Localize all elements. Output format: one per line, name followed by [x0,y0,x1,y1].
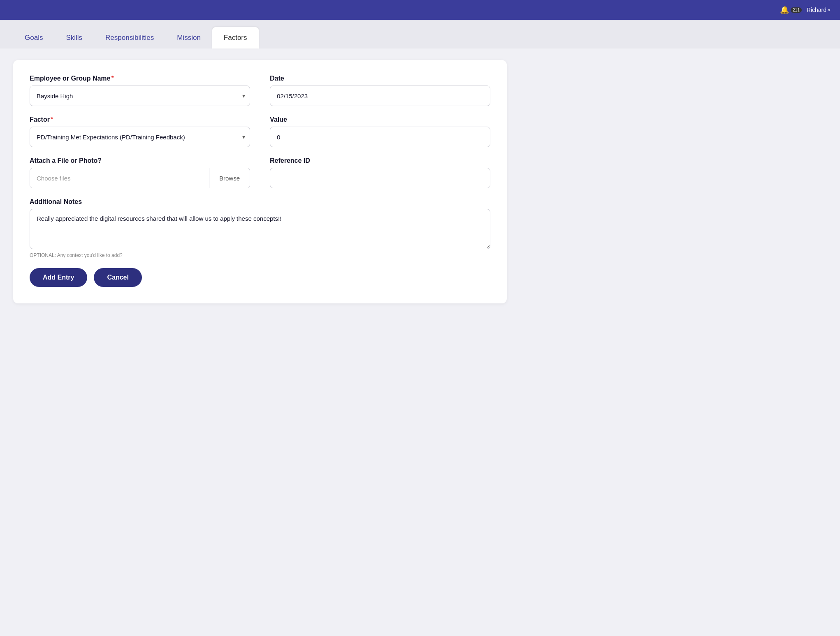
date-label: Date [270,75,490,82]
add-entry-button[interactable]: Add Entry [30,268,87,287]
user-menu[interactable]: Richard ▾ [807,7,830,13]
additional-notes-textarea[interactable]: Really appreciated the digital resources… [30,209,490,249]
bell-icon: 🔔 [780,5,789,14]
attach-label: Attach a File or Photo? [30,157,250,164]
value-field: Value [270,116,490,147]
reference-id-field: Reference ID [270,157,490,188]
additional-notes-field: Additional Notes Really appreciated the … [30,198,490,249]
additional-notes-section: Additional Notes Really appreciated the … [30,198,490,249]
user-name: Richard [807,7,826,13]
action-buttons: Add Entry Cancel [30,268,490,287]
factor-select[interactable]: PD/Training Met Expectations (PD/Trainin… [30,127,250,147]
optional-hint: OPTIONAL: Any context you'd like to add? [30,252,490,258]
tab-mission[interactable]: Mission [165,27,212,49]
cancel-button[interactable]: Cancel [94,268,142,287]
factor-select-wrapper: PD/Training Met Expectations (PD/Trainin… [30,127,250,147]
employee-group-label: Employee or Group Name* [30,75,250,82]
tab-responsibilities[interactable]: Responsibilities [94,27,165,49]
factor-label: Factor* [30,116,250,123]
form-card: Employee or Group Name* Bayside High ▾ D… [13,60,507,303]
main-content: Employee or Group Name* Bayside High ▾ D… [0,49,840,315]
date-field: Date [270,75,490,106]
browse-button[interactable]: Browse [209,168,250,188]
employee-group-field: Employee or Group Name* Bayside High ▾ [30,75,250,106]
date-input[interactable] [270,86,490,106]
value-input[interactable] [270,127,490,147]
tab-bar: Goals Skills Responsibilities Mission Fa… [0,20,840,49]
tab-factors[interactable]: Factors [212,27,259,49]
employee-group-select-wrapper: Bayside High ▾ [30,86,250,106]
factor-field: Factor* PD/Training Met Expectations (PD… [30,116,250,147]
additional-notes-label: Additional Notes [30,198,490,206]
value-label: Value [270,116,490,123]
notification-badge: 211 [791,7,802,13]
row-2: Factor* PD/Training Met Expectations (PD… [30,116,490,147]
tab-skills[interactable]: Skills [54,27,94,49]
topbar: 🔔 211 Richard ▾ [0,0,840,20]
choose-files-text: Choose files [30,168,209,188]
reference-id-input[interactable] [270,168,490,188]
notification-bell[interactable]: 🔔 211 [780,5,802,14]
required-marker-factor: * [51,116,53,123]
employee-group-select[interactable]: Bayside High [30,86,250,106]
chevron-down-icon: ▾ [828,8,830,12]
attach-file-field: Attach a File or Photo? Choose files Bro… [30,157,250,188]
row-1: Employee or Group Name* Bayside High ▾ D… [30,75,490,106]
tab-goals[interactable]: Goals [13,27,54,49]
reference-id-label: Reference ID [270,157,490,164]
file-upload-wrapper: Choose files Browse [30,168,250,188]
row-3: Attach a File or Photo? Choose files Bro… [30,157,490,188]
required-marker: * [111,75,114,82]
